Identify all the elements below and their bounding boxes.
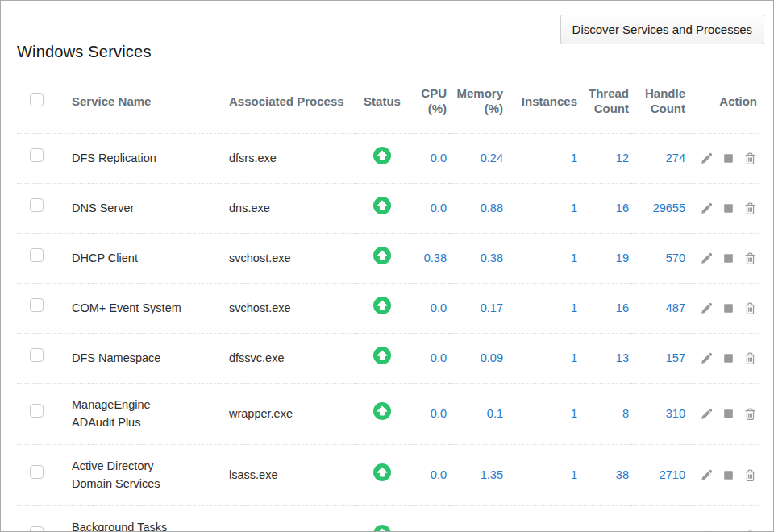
column-header-label: Memory: [449, 85, 503, 101]
associated-process: svchost.exe: [221, 233, 354, 283]
row-select-cell: [17, 383, 56, 444]
status-cell: [354, 444, 410, 505]
memory-value: 0.1: [449, 383, 506, 444]
service-name: DFS Replication: [56, 133, 221, 183]
thread-count-value: 12: [580, 133, 631, 183]
column-header-process: Associated Process: [221, 69, 354, 133]
table-row: Active Directory Domain Services lsass.e…: [17, 444, 759, 505]
delete-icon[interactable]: [743, 152, 757, 165]
stop-icon[interactable]: [722, 351, 735, 365]
edit-icon[interactable]: [700, 152, 714, 165]
instances-value: 1: [506, 233, 580, 283]
memory-value: 0.09: [449, 333, 506, 383]
handle-count-value: 274: [631, 133, 688, 183]
instances-value: 1: [506, 383, 580, 444]
action-cell: [688, 505, 759, 532]
stop-icon[interactable]: [722, 468, 735, 482]
row-checkbox[interactable]: [30, 348, 44, 362]
delete-icon[interactable]: [743, 301, 757, 315]
action-cell: [688, 183, 759, 233]
instances-value: 1: [506, 183, 580, 233]
status-cell: [354, 383, 410, 444]
stop-icon[interactable]: [722, 152, 735, 165]
cpu-value: 0.0: [410, 444, 449, 505]
edit-icon[interactable]: [700, 301, 714, 315]
status-cell: [354, 333, 410, 383]
stop-icon[interactable]: [722, 251, 735, 265]
column-header-label: (%): [410, 101, 447, 116]
action-cell: [688, 383, 759, 444]
status-up-icon: [372, 463, 392, 482]
column-header-action: Action: [688, 69, 759, 133]
stop-icon[interactable]: [722, 301, 735, 315]
column-header-label: Status: [354, 94, 410, 109]
service-name: Active Directory Domain Services: [56, 444, 221, 505]
thread-count-value: 16: [580, 283, 631, 333]
associated-process: dfsrs.exe: [221, 133, 354, 183]
table-row: ManageEngine ADAudit Plus wrapper.exe 0.…: [17, 383, 759, 444]
handle-count-value: 29655: [631, 183, 688, 233]
row-checkbox[interactable]: [30, 148, 44, 162]
row-checkbox[interactable]: [30, 465, 44, 479]
action-cell: [688, 444, 759, 505]
edit-icon[interactable]: [700, 351, 714, 365]
stop-icon[interactable]: [722, 202, 735, 215]
column-header-label: Handle: [631, 85, 685, 101]
associated-process: svchost.exe: [221, 283, 354, 333]
delete-icon[interactable]: [743, 468, 757, 482]
table-row: DNS Server dns.exe 0.0 0.88 1 16 29655: [17, 183, 759, 233]
services-table-header-row: Service NameAssociated ProcessStatusCPU(…: [17, 69, 759, 133]
column-header-label: Count: [580, 101, 629, 116]
thread-count-value: 16: [580, 183, 631, 233]
instances-value: 1: [506, 333, 580, 383]
handle-count-value: 487: [631, 283, 688, 333]
stop-icon[interactable]: [722, 407, 735, 421]
thread-count-value: 8: [580, 383, 631, 444]
instances-value: 1: [506, 505, 580, 532]
table-row: DFS Replication dfsrs.exe 0.0 0.24 1 12 …: [17, 133, 759, 183]
cpu-value: 0.0: [410, 283, 449, 333]
row-checkbox[interactable]: [30, 526, 44, 532]
edit-icon[interactable]: [700, 202, 714, 215]
row-checkbox[interactable]: [30, 198, 44, 212]
column-header-cpu: CPU(%): [410, 69, 449, 133]
row-checkbox[interactable]: [30, 248, 44, 262]
column-header-threads: ThreadCount: [580, 69, 631, 133]
delete-icon[interactable]: [743, 407, 757, 421]
memory-value: 0.17: [449, 283, 506, 333]
edit-icon[interactable]: [700, 468, 714, 482]
cpu-value: 0.38: [410, 233, 449, 283]
discover-services-button[interactable]: Discover Services and Processes: [560, 15, 764, 44]
service-name: DHCP Client: [56, 233, 221, 283]
services-table-body: DFS Replication dfsrs.exe 0.0 0.24 1 12 …: [17, 133, 759, 532]
column-header-label: Count: [631, 101, 685, 116]
delete-icon[interactable]: [743, 351, 757, 365]
column-header-label: Instances: [506, 94, 577, 109]
row-checkbox[interactable]: [30, 404, 44, 418]
status-up-icon: [372, 296, 392, 315]
action-cell: [688, 133, 759, 183]
service-name: DNS Server: [56, 183, 221, 233]
delete-icon[interactable]: [743, 251, 757, 265]
status-up-icon: [372, 246, 392, 265]
status-up-icon: [372, 524, 392, 532]
table-row: Background Tasks Infrastructure Service …: [17, 505, 759, 532]
column-header-label: Associated Process: [229, 94, 354, 109]
edit-icon[interactable]: [700, 251, 714, 265]
services-table: Service NameAssociated ProcessStatusCPU(…: [17, 69, 759, 532]
thread-count-value: 19: [580, 233, 631, 283]
edit-icon[interactable]: [700, 407, 714, 421]
status-cell: [354, 505, 410, 532]
row-checkbox[interactable]: [30, 298, 44, 312]
delete-icon[interactable]: [743, 202, 757, 215]
action-cell: [688, 333, 759, 383]
handle-count-value: 319: [631, 505, 688, 532]
row-select-cell: [17, 183, 56, 233]
table-row: COM+ Event System svchost.exe 0.0 0.17 1…: [17, 283, 759, 333]
service-name: COM+ Event System: [56, 283, 221, 333]
select-all-checkbox[interactable]: [30, 93, 44, 106]
column-header-label: Service Name: [72, 94, 221, 109]
row-select-cell: [17, 333, 56, 383]
row-select-cell: [17, 505, 56, 532]
windows-services-page: Discover Services and Processes Windows …: [0, 0, 774, 532]
